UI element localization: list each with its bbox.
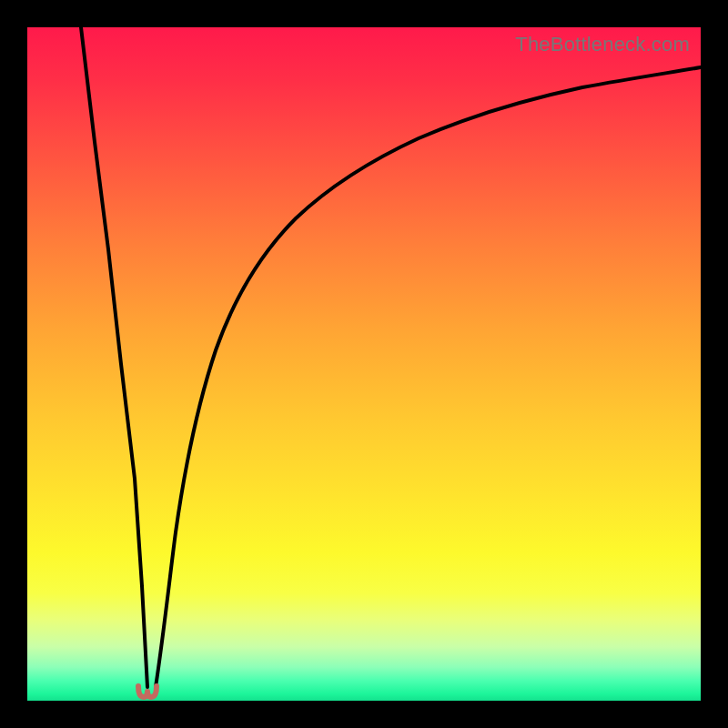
- plot-area: TheBottleneck.com: [27, 27, 701, 701]
- chart-frame: TheBottleneck.com: [0, 0, 728, 728]
- bottleneck-curve: [27, 27, 701, 701]
